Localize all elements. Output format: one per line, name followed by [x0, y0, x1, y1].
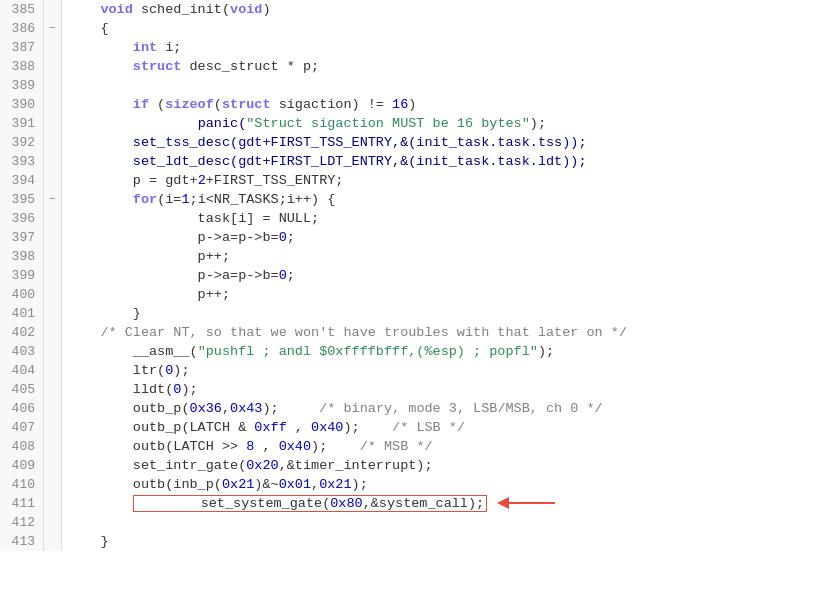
table-row: 404 ltr(0); — [0, 361, 840, 380]
code-line-content: __asm__("pushfl ; andl $0xffffbfff,(%esp… — [62, 342, 840, 361]
line-number: 404 — [0, 361, 44, 380]
code-line-content: set_intr_gate(0x20,&timer_interrupt); — [62, 456, 840, 475]
table-row: 413 } — [0, 532, 840, 551]
fold-indicator — [44, 38, 62, 57]
code-line-content: void sched_init(void) — [62, 0, 840, 19]
code-line-content — [62, 513, 840, 532]
line-number: 405 — [0, 380, 44, 399]
code-line-content — [62, 76, 840, 95]
fold-indicator — [44, 361, 62, 380]
code-line-content: set_system_gate(0x80,&system_call); — [62, 494, 840, 513]
table-row: 410 outb(inb_p(0x21)&~0x01,0x21); — [0, 475, 840, 494]
line-number: 391 — [0, 114, 44, 133]
line-number: 385 — [0, 0, 44, 19]
line-number: 399 — [0, 266, 44, 285]
line-number: 386 — [0, 19, 44, 38]
fold-indicator — [44, 304, 62, 323]
fold-indicator — [44, 285, 62, 304]
fold-indicator[interactable]: − — [44, 19, 62, 38]
fold-indicator — [44, 494, 62, 513]
line-number: 401 — [0, 304, 44, 323]
fold-indicator — [44, 380, 62, 399]
table-row: 386− { — [0, 19, 840, 38]
code-line-content: outb(inb_p(0x21)&~0x01,0x21); — [62, 475, 840, 494]
line-number: 396 — [0, 209, 44, 228]
fold-indicator — [44, 114, 62, 133]
table-row: 398 p++; — [0, 247, 840, 266]
table-row: 401 } — [0, 304, 840, 323]
table-row: 392 set_tss_desc(gdt+FIRST_TSS_ENTRY,&(i… — [0, 133, 840, 152]
fold-indicator — [44, 0, 62, 19]
code-line-content: { — [62, 19, 840, 38]
code-line-content: p = gdt+2+FIRST_TSS_ENTRY; — [62, 171, 840, 190]
fold-indicator — [44, 323, 62, 342]
fold-indicator — [44, 418, 62, 437]
line-number: 411 — [0, 494, 44, 513]
line-number: 406 — [0, 399, 44, 418]
code-line-content: outb_p(LATCH & 0xff , 0x40); /* LSB */ — [62, 418, 840, 437]
line-number: 389 — [0, 76, 44, 95]
code-line-content: if (sizeof(struct sigaction) != 16) — [62, 95, 840, 114]
table-row: 403 __asm__("pushfl ; andl $0xffffbfff,(… — [0, 342, 840, 361]
table-row: 390 if (sizeof(struct sigaction) != 16) — [0, 95, 840, 114]
code-line-content: /* Clear NT, so that we won't have troub… — [62, 323, 840, 342]
fold-indicator — [44, 209, 62, 228]
code-lines: 385 void sched_init(void)386− {387 int i… — [0, 0, 840, 551]
line-number: 394 — [0, 171, 44, 190]
code-line-content: p->a=p->b=0; — [62, 228, 840, 247]
line-number: 388 — [0, 57, 44, 76]
fold-indicator[interactable]: − — [44, 190, 62, 209]
line-number: 407 — [0, 418, 44, 437]
code-line-content: for(i=1;i<NR_TASKS;i++) { — [62, 190, 840, 209]
fold-indicator — [44, 437, 62, 456]
code-line-content: outb(LATCH >> 8 , 0x40); /* MSB */ — [62, 437, 840, 456]
fold-indicator — [44, 456, 62, 475]
code-line-content: int i; — [62, 38, 840, 57]
line-number: 392 — [0, 133, 44, 152]
table-row: 394 p = gdt+2+FIRST_TSS_ENTRY; — [0, 171, 840, 190]
line-number: 400 — [0, 285, 44, 304]
fold-indicator — [44, 228, 62, 247]
table-row: 406 outb_p(0x36,0x43); /* binary, mode 3… — [0, 399, 840, 418]
fold-indicator — [44, 76, 62, 95]
fold-indicator — [44, 171, 62, 190]
table-row: 402 /* Clear NT, so that we won't have t… — [0, 323, 840, 342]
fold-indicator — [44, 95, 62, 114]
fold-indicator — [44, 247, 62, 266]
fold-indicator — [44, 532, 62, 551]
code-container: 385 void sched_init(void)386− {387 int i… — [0, 0, 840, 599]
table-row: 388 struct desc_struct * p; — [0, 57, 840, 76]
code-line-content: task[i] = NULL; — [62, 209, 840, 228]
table-row: 391 panic("Struct sigaction MUST be 16 b… — [0, 114, 840, 133]
code-line-content: p->a=p->b=0; — [62, 266, 840, 285]
code-line-content: struct desc_struct * p; — [62, 57, 840, 76]
fold-indicator — [44, 266, 62, 285]
table-row: 399 p->a=p->b=0; — [0, 266, 840, 285]
line-number: 395 — [0, 190, 44, 209]
table-row: 400 p++; — [0, 285, 840, 304]
code-line-content: p++; — [62, 285, 840, 304]
table-row: 396 task[i] = NULL; — [0, 209, 840, 228]
fold-indicator — [44, 513, 62, 532]
line-number: 393 — [0, 152, 44, 171]
fold-indicator — [44, 152, 62, 171]
table-row: 397 p->a=p->b=0; — [0, 228, 840, 247]
line-number: 402 — [0, 323, 44, 342]
table-row: 409 set_intr_gate(0x20,&timer_interrupt)… — [0, 456, 840, 475]
code-line-content: panic("Struct sigaction MUST be 16 bytes… — [62, 114, 840, 133]
line-number: 397 — [0, 228, 44, 247]
code-line-content: outb_p(0x36,0x43); /* binary, mode 3, LS… — [62, 399, 840, 418]
line-number: 408 — [0, 437, 44, 456]
line-number: 413 — [0, 532, 44, 551]
code-line-content: p++; — [62, 247, 840, 266]
table-row: 412 — [0, 513, 840, 532]
table-row: 407 outb_p(LATCH & 0xff , 0x40); /* LSB … — [0, 418, 840, 437]
fold-indicator — [44, 57, 62, 76]
code-line-content: ltr(0); — [62, 361, 840, 380]
table-row: 405 lldt(0); — [0, 380, 840, 399]
table-row: 393 set_ldt_desc(gdt+FIRST_LDT_ENTRY,&(i… — [0, 152, 840, 171]
line-number: 412 — [0, 513, 44, 532]
code-line-content: set_ldt_desc(gdt+FIRST_LDT_ENTRY,&(init_… — [62, 152, 840, 171]
code-line-content: } — [62, 304, 840, 323]
arrow-icon — [495, 494, 565, 513]
